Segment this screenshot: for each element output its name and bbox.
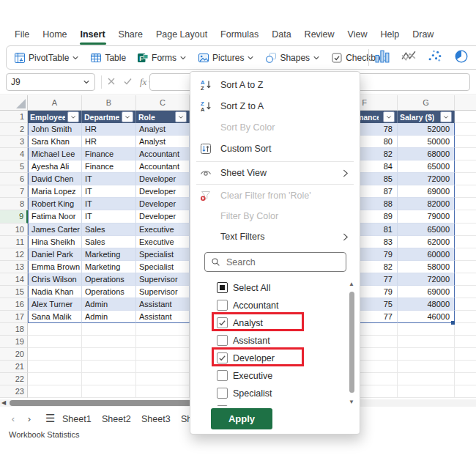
cell-C6[interactable]: Developer: [136, 173, 190, 185]
cell-A11[interactable]: Hina Sheikh: [28, 236, 82, 248]
cell-A19[interactable]: [28, 336, 82, 348]
filter-button-performance-score[interactable]: [383, 111, 395, 122]
filter-checkbox-executive[interactable]: Executive: [190, 367, 360, 384]
pivottable-button[interactable]: PivotTable: [14, 52, 79, 64]
all-sheets-menu-icon[interactable]: ☰: [45, 412, 55, 425]
cell-A16[interactable]: Alex Turner: [28, 298, 82, 311]
cell-B16[interactable]: Admin: [82, 298, 136, 311]
cell-C19[interactable]: [136, 336, 190, 348]
scatter-chart-button[interactable]: [428, 49, 443, 66]
column-header-H[interactable]: H: [455, 95, 476, 111]
cell-G6[interactable]: 72000: [398, 173, 455, 185]
cell-H9[interactable]: [455, 210, 476, 223]
table-button[interactable]: Table: [90, 52, 126, 64]
line-chart-button[interactable]: [401, 49, 417, 66]
table-header-B1[interactable]: Department: [82, 111, 136, 123]
cell-G22[interactable]: [398, 373, 455, 385]
cell-H20[interactable]: [455, 348, 476, 361]
row-header-1[interactable]: 1: [0, 111, 28, 123]
cell-G9[interactable]: 79000: [398, 210, 455, 223]
cell-H10[interactable]: [455, 224, 476, 236]
checkbox-indeterminate-icon[interactable]: [217, 282, 228, 293]
column-header-A[interactable]: A: [28, 95, 82, 111]
cell-H17[interactable]: [455, 311, 476, 323]
filter-button-employee[interactable]: [67, 111, 79, 122]
column-header-C[interactable]: C: [136, 95, 190, 111]
cell-H22[interactable]: [455, 373, 476, 385]
cell-C21[interactable]: [136, 361, 190, 373]
cell-H16[interactable]: [455, 298, 476, 311]
cell-G23[interactable]: [398, 385, 455, 398]
row-header-8[interactable]: 8: [0, 198, 28, 210]
cell-G10[interactable]: 65000: [398, 224, 455, 236]
cell-C5[interactable]: Accountant: [136, 160, 190, 173]
cell-C8[interactable]: Developer: [136, 198, 190, 210]
row-header-6[interactable]: 6: [0, 173, 28, 185]
cell-G13[interactable]: 58000: [398, 261, 455, 273]
cell-C20[interactable]: [136, 348, 190, 361]
cell-B19[interactable]: [82, 336, 136, 348]
cell-A14[interactable]: Chris Wilson: [28, 273, 82, 286]
cell-G2[interactable]: 52000: [398, 123, 455, 136]
cell-A6[interactable]: David Chen: [28, 173, 82, 185]
cell-C4[interactable]: Accountant: [136, 148, 190, 160]
confirm-entry-icon[interactable]: [123, 75, 133, 89]
cell-B21[interactable]: [82, 361, 136, 373]
cell-B17[interactable]: Admin: [82, 311, 136, 323]
select-all-corner[interactable]: [0, 95, 28, 111]
cell-B23[interactable]: [82, 385, 136, 398]
cell-G8[interactable]: 82000: [398, 198, 455, 210]
filter-search-input[interactable]: [225, 256, 346, 268]
cell-C14[interactable]: Supervisor: [136, 273, 190, 286]
cell-C10[interactable]: Executive: [136, 224, 190, 236]
cell-C12[interactable]: Specialist: [136, 248, 190, 261]
next-sheet-icon[interactable]: ›: [23, 413, 35, 424]
cell-A12[interactable]: Daniel Park: [28, 248, 82, 261]
cell-B14[interactable]: Operations: [82, 273, 136, 286]
list-scroll-up-icon[interactable]: ▲: [348, 281, 355, 287]
cell-A22[interactable]: [28, 373, 82, 385]
cell-H6[interactable]: [455, 173, 476, 185]
menu-tab-help[interactable]: Help: [379, 28, 401, 41]
filter-checkbox-specialist[interactable]: Specialist: [190, 385, 360, 402]
cell-B5[interactable]: Finance: [82, 160, 136, 173]
cell-B13[interactable]: Marketing: [82, 261, 136, 273]
cell-C16[interactable]: Assistant: [136, 298, 190, 311]
row-header-12[interactable]: 12: [0, 248, 28, 261]
apply-filter-button[interactable]: Apply: [211, 408, 272, 429]
column-header-G[interactable]: G: [398, 95, 455, 111]
cell-B12[interactable]: Marketing: [82, 248, 136, 261]
filter-button-role[interactable]: [175, 111, 187, 122]
menu-tab-data[interactable]: Data: [270, 28, 292, 41]
cell-G19[interactable]: [398, 336, 455, 348]
cell-C22[interactable]: [136, 373, 190, 385]
cell-A4[interactable]: Michael Lee: [28, 148, 82, 160]
row-header-2[interactable]: 2: [0, 123, 28, 136]
cell-B22[interactable]: [82, 373, 136, 385]
checkbox-unchecked-icon[interactable]: [217, 388, 228, 399]
cell-B18[interactable]: [82, 323, 136, 336]
cell-G7[interactable]: 69000: [398, 185, 455, 198]
row-header-16[interactable]: 16: [0, 298, 28, 311]
filter-menu-item-sort-z-to-a[interactable]: ZASort Z to A: [190, 96, 360, 117]
menu-tab-page-layout[interactable]: Page Layout: [155, 28, 209, 41]
cell-A23[interactable]: [28, 385, 82, 398]
cell-H14[interactable]: [455, 273, 476, 286]
row-header-13[interactable]: 13: [0, 261, 28, 273]
cell-H3[interactable]: [455, 136, 476, 148]
cell-C9[interactable]: Developer: [136, 210, 190, 223]
row-header-15[interactable]: 15: [0, 286, 28, 298]
row-header-5[interactable]: 5: [0, 160, 28, 173]
previous-sheet-icon[interactable]: ‹: [7, 413, 19, 424]
filter-checkbox-assistant[interactable]: Assistant: [190, 332, 360, 349]
row-header-21[interactable]: 21: [0, 361, 28, 373]
sheet-tab-sheet3[interactable]: Sheet3: [141, 412, 171, 426]
filter-menu-item-sort-a-to-z[interactable]: AZSort A to Z: [190, 75, 360, 95]
row-header-22[interactable]: 22: [0, 373, 28, 385]
scroll-left-icon[interactable]: ◀: [1, 399, 6, 407]
menu-tab-review[interactable]: Review: [303, 28, 336, 41]
list-scroll-down-icon[interactable]: ▼: [348, 399, 355, 405]
table-header-A1[interactable]: Employee: [28, 111, 82, 123]
filter-checkbox-select-all[interactable]: Select All: [190, 279, 360, 296]
cell-A9[interactable]: Fatima Noor: [28, 210, 82, 223]
